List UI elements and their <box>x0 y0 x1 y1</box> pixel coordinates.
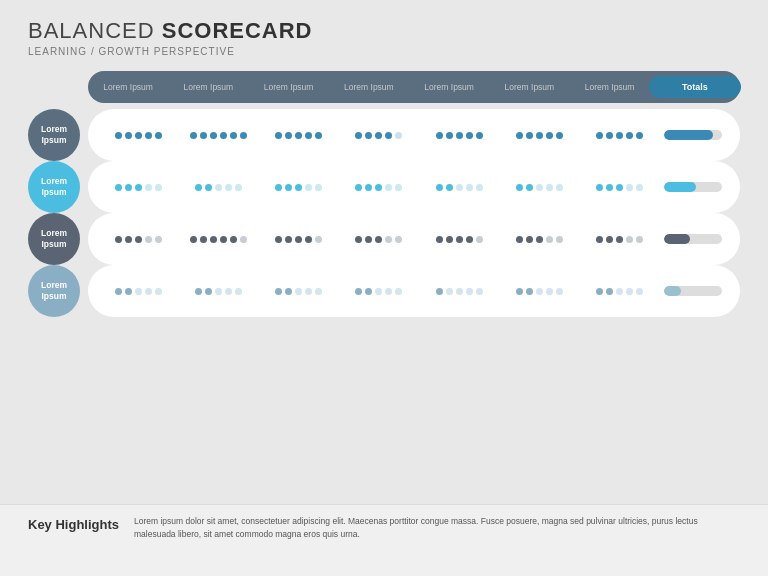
dot-0-6-0 <box>596 132 603 139</box>
dot-1-5-1 <box>526 184 533 191</box>
dot-1-3-0 <box>355 184 362 191</box>
dot-1-0-2 <box>135 184 142 191</box>
key-highlights-text: Lorem ipsum dolor sit amet, consectetuer… <box>134 515 740 541</box>
dot-3-6-2 <box>616 288 623 295</box>
data-row-2: Lorem Ipsum <box>28 213 740 265</box>
data-row-3: Lorem Ipsum <box>28 265 740 317</box>
header-cell-4: Lorem Ipsum <box>409 82 489 92</box>
dot-2-2-3 <box>305 236 312 243</box>
dot-3-1-4 <box>235 288 242 295</box>
dot-3-5-0 <box>516 288 523 295</box>
dot-cell-3-2 <box>259 288 339 295</box>
dot-1-5-2 <box>536 184 543 191</box>
dot-0-3-0 <box>355 132 362 139</box>
dot-3-2-0 <box>275 288 282 295</box>
dot-2-3-3 <box>385 236 392 243</box>
dot-1-2-1 <box>285 184 292 191</box>
dot-1-6-1 <box>606 184 613 191</box>
dot-0-2-1 <box>285 132 292 139</box>
dot-0-5-0 <box>516 132 523 139</box>
dot-cell-2-1 <box>178 236 258 243</box>
dot-cell-3-6 <box>580 288 660 295</box>
row-pill-0 <box>88 109 740 161</box>
title-section: BALANCED SCORECARD LEARNING / GROWTH PER… <box>28 18 740 57</box>
dot-0-6-3 <box>626 132 633 139</box>
dot-2-4-3 <box>466 236 473 243</box>
row-circle-1: Lorem Ipsum <box>28 161 80 213</box>
bar-fill-0 <box>664 130 713 140</box>
dot-0-1-0 <box>190 132 197 139</box>
dot-cell-3-0 <box>98 288 178 295</box>
header-cell-2: Lorem Ipsum <box>249 82 329 92</box>
dot-1-2-4 <box>315 184 322 191</box>
dot-2-0-1 <box>125 236 132 243</box>
row-pill-2 <box>88 213 740 265</box>
row-label-3: Lorem Ipsum <box>41 280 67 302</box>
dot-cell-3-3 <box>339 288 419 295</box>
dot-0-4-0 <box>436 132 443 139</box>
dot-2-6-1 <box>606 236 613 243</box>
header-pill: Lorem IpsumLorem IpsumLorem IpsumLorem I… <box>88 71 740 103</box>
dot-2-1-1 <box>200 236 207 243</box>
dot-2-2-1 <box>285 236 292 243</box>
dot-2-4-1 <box>446 236 453 243</box>
dot-0-1-5 <box>240 132 247 139</box>
dot-0-2-2 <box>295 132 302 139</box>
dot-2-5-2 <box>536 236 543 243</box>
dot-0-1-2 <box>210 132 217 139</box>
dot-1-4-3 <box>466 184 473 191</box>
dot-2-5-3 <box>546 236 553 243</box>
dot-0-0-4 <box>155 132 162 139</box>
dot-0-6-4 <box>636 132 643 139</box>
dot-3-5-1 <box>526 288 533 295</box>
dot-3-4-2 <box>456 288 463 295</box>
bar-track-1 <box>664 182 722 192</box>
dot-3-3-2 <box>375 288 382 295</box>
dot-3-4-3 <box>466 288 473 295</box>
dot-2-4-2 <box>456 236 463 243</box>
dot-1-0-3 <box>145 184 152 191</box>
dot-3-6-3 <box>626 288 633 295</box>
dot-1-2-0 <box>275 184 282 191</box>
dot-cell-1-6 <box>580 184 660 191</box>
dot-1-5-3 <box>546 184 553 191</box>
dot-2-3-2 <box>375 236 382 243</box>
dot-3-5-4 <box>556 288 563 295</box>
data-rows-container: Lorem IpsumLorem IpsumLorem IpsumLorem I… <box>28 109 740 317</box>
dot-cell-0-4 <box>419 132 499 139</box>
dot-cell-1-2 <box>259 184 339 191</box>
dot-3-4-4 <box>476 288 483 295</box>
dot-2-0-2 <box>135 236 142 243</box>
header-cell-3: Lorem Ipsum <box>329 82 409 92</box>
dot-0-4-1 <box>446 132 453 139</box>
dot-2-3-1 <box>365 236 372 243</box>
dot-1-4-4 <box>476 184 483 191</box>
dot-2-1-3 <box>220 236 227 243</box>
dot-2-3-4 <box>395 236 402 243</box>
main-title: BALANCED SCORECARD <box>28 18 740 44</box>
bar-cell-0 <box>660 130 730 140</box>
dot-1-3-1 <box>365 184 372 191</box>
dot-0-2-0 <box>275 132 282 139</box>
dot-3-2-4 <box>315 288 322 295</box>
dot-0-5-1 <box>526 132 533 139</box>
bar-cell-3 <box>660 286 730 296</box>
dot-1-6-2 <box>616 184 623 191</box>
main-container: BALANCED SCORECARD LEARNING / GROWTH PER… <box>0 0 768 576</box>
dot-2-5-4 <box>556 236 563 243</box>
bar-cell-2 <box>660 234 730 244</box>
header-cell-1: Lorem Ipsum <box>168 82 248 92</box>
bar-fill-1 <box>664 182 696 192</box>
header-cell-5: Lorem Ipsum <box>489 82 569 92</box>
dot-1-1-3 <box>225 184 232 191</box>
dot-0-0-3 <box>145 132 152 139</box>
dot-2-5-1 <box>526 236 533 243</box>
dot-2-1-2 <box>210 236 217 243</box>
bar-fill-3 <box>664 286 681 296</box>
dot-2-6-3 <box>626 236 633 243</box>
dot-2-6-4 <box>636 236 643 243</box>
dot-cell-3-4 <box>419 288 499 295</box>
bottom-section: Key Highlights Lorem ipsum dolor sit ame… <box>0 504 768 576</box>
dot-3-3-1 <box>365 288 372 295</box>
dot-3-3-3 <box>385 288 392 295</box>
